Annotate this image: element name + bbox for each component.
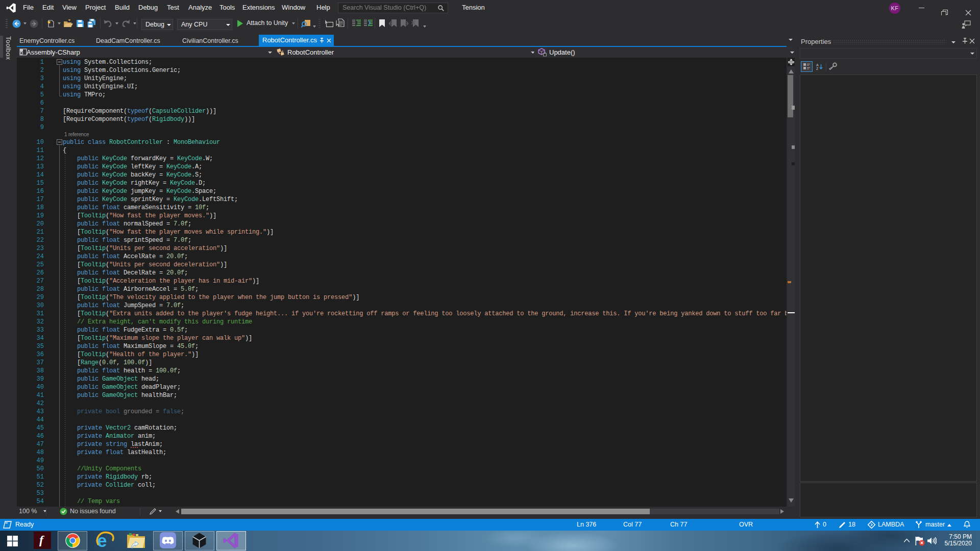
svg-text:Z: Z xyxy=(816,67,819,70)
svg-text:A: A xyxy=(816,63,819,67)
